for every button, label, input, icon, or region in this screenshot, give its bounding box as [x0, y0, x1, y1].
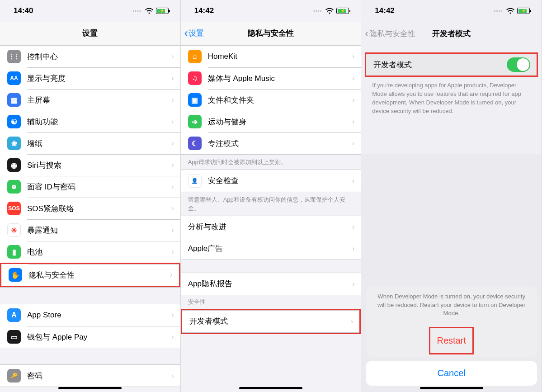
- chevron-right-icon: ›: [171, 226, 174, 234]
- back-button[interactable]: ‹ 隐私与安全性: [365, 22, 415, 45]
- home-indicator[interactable]: [239, 387, 302, 389]
- cell-label: 密码: [27, 371, 171, 381]
- cell-label: 主屏幕: [27, 95, 171, 105]
- settings-cell-wallet[interactable]: ▭钱包与 Apple Pay›: [0, 326, 180, 348]
- accessibility-icon: ☯: [7, 115, 21, 128]
- settings-cell-display[interactable]: AA显示与亮度›: [0, 67, 180, 89]
- files-icon: ▣: [188, 93, 202, 107]
- back-label: 隐私与安全性: [369, 28, 415, 39]
- chevron-right-icon: ›: [171, 248, 174, 256]
- developer-mode-switch[interactable]: [507, 57, 530, 72]
- chevron-right-icon: ›: [171, 183, 174, 191]
- status-bar: 14:42 •••• ⚡: [361, 0, 542, 22]
- chevron-right-icon: ›: [171, 204, 174, 213]
- battery-icon: ⚡: [156, 8, 169, 14]
- developer-mode-section: 开发者模式 If you're developing apps for Appl…: [361, 45, 542, 120]
- cell-label: 暴露通知: [27, 225, 171, 236]
- status-right: •••• ⚡: [313, 8, 349, 14]
- cell-label: 分析与改进: [188, 222, 352, 232]
- settings-cell-exposure[interactable]: ☀暴露通知›: [0, 219, 180, 241]
- page-title: 设置: [82, 28, 98, 38]
- developer-mode-highlight: 开发者模式›: [181, 309, 361, 334]
- chevron-right-icon: ›: [171, 372, 174, 380]
- control-center-icon: ⋮⋮: [7, 50, 21, 63]
- battery-icon: ⚡: [336, 8, 349, 14]
- cell-label: App隐私报告: [188, 279, 352, 289]
- settings-cell-home-screen[interactable]: ▦主屏幕›: [0, 89, 180, 111]
- chevron-right-icon: ›: [351, 317, 353, 326]
- chevron-right-icon: ›: [352, 280, 354, 288]
- privacy-cell[interactable]: 👤安全检查›: [181, 170, 361, 192]
- restart-highlight: Restart: [429, 327, 473, 354]
- section-header: 安全性: [181, 295, 361, 309]
- settings-cell-appstore[interactable]: AApp Store›: [0, 304, 180, 326]
- cell-label: 辅助功能: [27, 117, 171, 127]
- cell-label: Siri与搜索: [27, 160, 171, 170]
- settings-cell-control-center[interactable]: ⋮⋮控制中心›: [0, 46, 180, 67]
- cellular-dots-icon: ••••: [313, 8, 322, 14]
- privacy-cell[interactable]: Apple广告›: [181, 238, 361, 260]
- home-indicator[interactable]: [420, 387, 483, 389]
- privacy-list[interactable]: ⌂HomeKit›♫媒体与 Apple Music›▣文件和文件夹›➔运动与健身…: [181, 45, 361, 392]
- privacy-cell[interactable]: ➔运动与健身›: [181, 111, 361, 132]
- back-label: 设置: [189, 28, 204, 38]
- developer-mode-highlight: 开发者模式: [365, 52, 538, 77]
- settings-cell-wallpaper[interactable]: ❀墙纸›: [0, 132, 180, 154]
- chevron-right-icon: ›: [171, 139, 174, 147]
- privacy-cell[interactable]: ☾专注模式›: [181, 132, 361, 154]
- privacy-cell[interactable]: ♫媒体与 Apple Music›: [181, 67, 361, 89]
- settings-cell-siri[interactable]: ◉Siri与搜索›: [0, 154, 180, 176]
- back-button[interactable]: ‹ 设置: [184, 22, 204, 45]
- chevron-right-icon: ›: [352, 245, 354, 253]
- privacy-icon: ✋: [9, 268, 22, 282]
- cell-label: 控制中心: [27, 52, 171, 62]
- privacy-cell[interactable]: 开发者模式›: [182, 311, 360, 332]
- display-icon: AA: [7, 71, 21, 85]
- cell-label: SOS紧急联络: [27, 203, 171, 214]
- privacy-cell[interactable]: ⌂HomeKit›: [181, 46, 361, 67]
- section-footer: App请求访问时会被添加到以上类别。: [181, 155, 361, 170]
- cancel-button[interactable]: Cancel: [366, 361, 537, 386]
- settings-cell-privacy[interactable]: ✋隐私与安全性›: [1, 264, 179, 286]
- chevron-right-icon: ›: [171, 74, 174, 82]
- status-bar: 14:42 •••• ⚡: [181, 0, 361, 22]
- cell-label: App Store: [27, 311, 171, 320]
- chevron-right-icon: ›: [171, 161, 174, 169]
- settings-cell-passwords[interactable]: 🔑密码›: [0, 365, 180, 387]
- cell-label: Apple广告: [188, 243, 352, 254]
- chevron-right-icon: ›: [352, 139, 354, 147]
- chevron-right-icon: ›: [352, 52, 354, 61]
- privacy-cell[interactable]: 分析与改进›: [181, 216, 361, 238]
- chevron-right-icon: ›: [171, 311, 174, 319]
- page-title: 开发者模式: [432, 28, 471, 39]
- settings-cell-sos[interactable]: SOSSOS紧急联络›: [0, 198, 180, 219]
- toggle-label: 开发者模式: [373, 60, 507, 70]
- wifi-icon: [145, 8, 153, 14]
- settings-cell-battery[interactable]: ▮电池›: [0, 241, 180, 263]
- cell-label: 开发者模式: [189, 316, 351, 326]
- music-icon: ♫: [188, 71, 202, 85]
- privacy-cell[interactable]: ▣文件和文件夹›: [181, 89, 361, 111]
- action-sheet-message: When Developer Mode is turned on, your d…: [366, 286, 537, 324]
- cell-label: 显示与亮度: [27, 73, 171, 84]
- restart-button[interactable]: Restart: [437, 328, 466, 353]
- developer-mode-pane: 14:42 •••• ⚡ ‹ 隐私与安全性 开发者模式 开发者模式 If you…: [361, 0, 542, 392]
- chevron-right-icon: ›: [171, 118, 174, 126]
- faceid-icon: ☻: [7, 180, 21, 194]
- chevron-right-icon: ›: [352, 223, 354, 231]
- developer-mode-footer: If you're developing apps for Apple prod…: [365, 77, 538, 120]
- settings-cell-accessibility[interactable]: ☯辅助功能›: [0, 111, 180, 132]
- settings-cell-faceid[interactable]: ☻面容 ID与密码›: [0, 176, 180, 198]
- chevron-right-icon: ›: [170, 271, 172, 279]
- status-time: 14:40: [14, 6, 33, 15]
- chevron-right-icon: ›: [171, 96, 174, 104]
- section-footer: 留意哪些人、App和设备有权访问你的信息，从而保护个人安全。: [181, 192, 361, 216]
- battery-icon: ⚡: [517, 8, 530, 14]
- developer-mode-toggle-cell[interactable]: 开发者模式: [366, 54, 537, 76]
- privacy-cell[interactable]: App隐私报告›: [181, 273, 361, 295]
- status-time: 14:42: [375, 6, 394, 15]
- settings-list[interactable]: ⋮⋮控制中心›AA显示与亮度›▦主屏幕›☯辅助功能›❀墙纸›◉Siri与搜索›☻…: [0, 45, 180, 392]
- home-indicator[interactable]: [58, 387, 122, 389]
- nav-bar: 设置: [0, 22, 180, 45]
- homekit-icon: ⌂: [188, 50, 202, 63]
